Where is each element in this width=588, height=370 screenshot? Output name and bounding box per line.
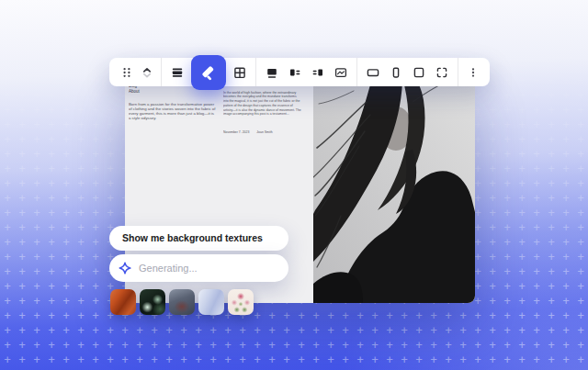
paragraph-lines-icon [170,65,185,80]
article-author: Joan Smith [256,130,272,134]
grid-icon [232,65,247,80]
generating-bubble: Generating... [109,254,288,282]
paint-brush-icon [199,63,218,82]
media-right-icon [311,65,325,80]
drag-dots-icon [119,65,134,80]
texture-slate-blur[interactable] [169,289,195,315]
ai-sparkle-icon [119,262,131,275]
image-icon [334,65,348,80]
texture-terracotta[interactable] [110,289,136,315]
more-options-button[interactable] [463,58,482,86]
move-up-down-button[interactable] [137,58,156,86]
fullscreen-icon [435,65,449,80]
toolbar-divider [458,58,458,86]
frame-portrait-button[interactable] [385,58,407,86]
paint-style-button[interactable] [191,55,226,90]
media-left-icon [288,65,302,80]
toolbar-divider [356,58,357,86]
cover-monitor-icon [265,65,279,80]
hero-photo[interactable] [313,78,475,303]
article-meta: November 7, 2023Joan Smith [223,129,301,134]
square-frame-icon [412,65,426,80]
cover-block-button[interactable] [261,58,283,86]
table-grid-button[interactable] [229,58,251,86]
fullscreen-button[interactable] [431,58,453,86]
paragraph-style-button[interactable] [166,58,188,86]
block-toolbar [109,58,490,86]
nav-link-about[interactable]: About [129,89,202,95]
ellipsis-vertical-icon [466,65,481,80]
generating-label: Generating... [139,263,198,274]
toolbar-divider [161,58,162,86]
texture-silk[interactable] [198,289,224,315]
prompt-bubble: Show me background textures [109,226,288,251]
chevron-up-down-icon [140,65,154,80]
toolbar-divider [255,58,256,86]
portrait-frame-icon [389,65,403,80]
image-block-button[interactable] [330,58,352,86]
intro-paragraph[interactable]: Born from a passion for the transformati… [129,102,217,120]
drag-handle[interactable] [117,58,136,86]
frame-square-button[interactable] [408,58,430,86]
article-column[interactable]: In the world of high fashion, where the … [223,90,301,134]
landscape-frame-icon [366,65,380,80]
media-text-left-button[interactable] [284,58,306,86]
texture-thumbnails [110,289,254,315]
media-text-right-button[interactable] [307,58,329,86]
article-paragraph: In the world of high fashion, where the … [223,90,301,116]
texture-foliage[interactable] [140,289,165,315]
portrait-photo-illustration [313,78,475,303]
texture-kaleidoscope[interactable] [228,289,254,315]
article-date: November 7, 2023 [223,130,249,134]
hero-banner: ++++++++++++++++++++++++++++++++++++++++… [0,0,588,370]
frame-landscape-button[interactable] [362,58,384,86]
